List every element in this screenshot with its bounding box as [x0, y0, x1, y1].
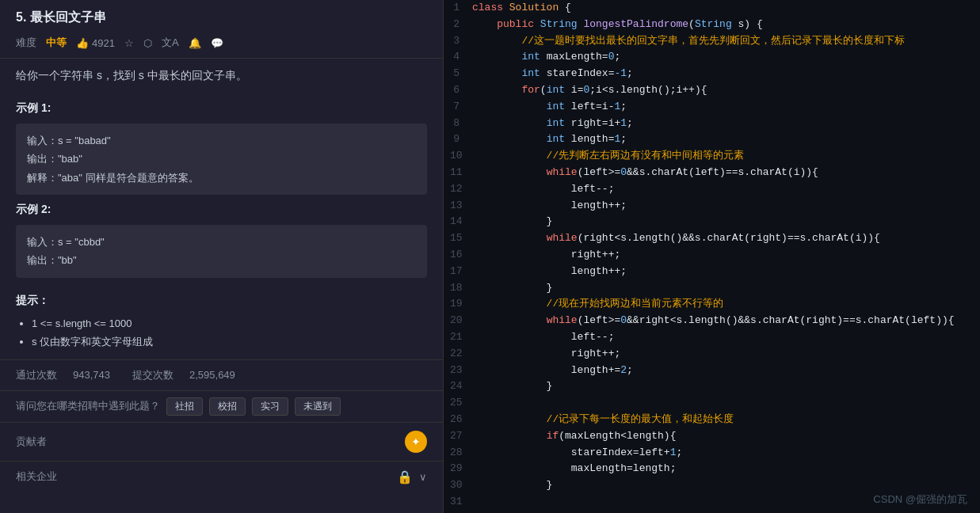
line-number: 31	[444, 494, 472, 511]
line-content: maxLength=length;	[472, 461, 980, 477]
line-number: 16	[444, 247, 472, 264]
difficulty-value: 中等	[46, 36, 67, 50]
line-content: length++;	[472, 264, 980, 280]
line-number: 20	[444, 313, 472, 329]
code-line: 29 maxLength=length;	[444, 461, 980, 477]
related-label: 相关企业	[16, 469, 57, 484]
example1-output: 输出："bab"	[27, 150, 416, 168]
stats-row: 通过次数 943,743 提交次数 2,595,649	[0, 359, 443, 390]
example1-block: 输入：s = "babad" 输出："bab" 解释："aba" 同样是符合题意…	[16, 124, 427, 195]
code-line: 28 stareIndex=left+1;	[444, 445, 980, 462]
line-content: }	[472, 477, 980, 494]
problem-title: 5. 最长回文子串	[0, 0, 443, 32]
code-line: 21 left--;	[444, 329, 980, 346]
line-content: for(int i=0;i<s.length();i++){	[472, 82, 980, 99]
line-number: 30	[444, 477, 472, 494]
line-number: 10	[444, 148, 472, 165]
line-content: int right=i+1;	[472, 116, 980, 132]
share-icon[interactable]: ⬡	[143, 37, 152, 49]
line-content: length+=2;	[472, 363, 980, 379]
code-line: 18 }	[444, 280, 980, 297]
line-number: 18	[444, 280, 472, 297]
example2-block: 输入：s = "cbbd" 输出："bb"	[16, 225, 427, 278]
line-content: while(right<s.length()&&s.charAt(right)=…	[472, 230, 980, 247]
line-number: 28	[444, 445, 472, 462]
hints-section: 提示： 1 <= s.length <= 1000 s 仅由数字和英文字母组成	[0, 286, 443, 359]
line-content: right++;	[472, 346, 980, 363]
code-line: 15 while(right<s.length()&&s.charAt(righ…	[444, 230, 980, 247]
code-line: 16 right++;	[444, 247, 980, 264]
code-line: 10 //先判断左右两边有没有和中间相等的元素	[444, 148, 980, 165]
line-number: 23	[444, 363, 472, 379]
translate-icon[interactable]: 文A	[162, 36, 179, 50]
thumbup-icon[interactable]: 👍	[76, 37, 89, 49]
line-content: int left=i-1;	[472, 99, 980, 116]
example1-input: 输入：s = "babad"	[27, 131, 416, 150]
bell-icon[interactable]: 🔔	[189, 37, 201, 49]
recruit-btn-intern[interactable]: 实习	[252, 397, 288, 416]
contributors-label: 贡献者	[16, 435, 47, 449]
code-line: 23 length+=2;	[444, 363, 980, 379]
code-line: 13 length++;	[444, 198, 980, 215]
code-editor[interactable]: 1class Solution {2 public String longest…	[444, 0, 980, 513]
recruit-btn-campus[interactable]: 校招	[209, 397, 246, 416]
submit-label: 提交次数	[132, 368, 174, 382]
line-number: 1	[444, 0, 472, 17]
like-count: 4921	[92, 37, 115, 49]
code-line: 4 int maxLength=0;	[444, 49, 980, 66]
line-number: 11	[444, 165, 472, 181]
line-content: }	[472, 378, 980, 395]
star-icon[interactable]: ☆	[124, 37, 134, 49]
line-number: 8	[444, 116, 472, 132]
recruit-question: 请问您在哪类招聘中遇到此题？	[16, 399, 160, 413]
code-line: 3 //这一题时要找出最长的回文字串，首先先判断回文，然后记录下最长的长度和下标	[444, 33, 980, 50]
recruit-btn-social[interactable]: 社招	[166, 397, 203, 416]
line-number: 17	[444, 264, 472, 280]
divider	[0, 58, 443, 59]
left-panel: 5. 最长回文子串 难度 中等 👍 4921 ☆ ⬡ 文A 🔔 💬 给你一个字符…	[0, 0, 444, 513]
watermark: CSDN @倔强的加瓦	[873, 492, 967, 507]
line-number: 19	[444, 296, 472, 313]
code-line: 27 if(maxLength<length){	[444, 428, 980, 445]
line-content: left--;	[472, 181, 980, 198]
line-number: 13	[444, 198, 472, 215]
line-content: int maxLength=0;	[472, 49, 980, 66]
line-number: 25	[444, 395, 472, 412]
like-group: 👍 4921	[76, 37, 115, 49]
pass-label: 通过次数	[16, 368, 57, 382]
line-number: 21	[444, 329, 472, 346]
recruit-btn-none[interactable]: 未遇到	[295, 397, 341, 416]
code-line: 14 }	[444, 214, 980, 230]
code-line: 19 //现在开始找两边和当前元素不行等的	[444, 296, 980, 313]
line-number: 2	[444, 17, 472, 33]
contributors-row: 贡献者 ✦	[0, 422, 443, 461]
line-number: 4	[444, 49, 472, 66]
line-content: class Solution {	[472, 0, 980, 17]
line-content: }	[472, 280, 980, 297]
contributor-avatar[interactable]: ✦	[405, 431, 427, 453]
line-number: 12	[444, 181, 472, 198]
chevron-down-icon: ∨	[419, 471, 427, 483]
line-number: 6	[444, 82, 472, 99]
line-content: if(maxLength<length){	[472, 428, 980, 445]
code-line: 12 left--;	[444, 181, 980, 198]
line-number: 15	[444, 230, 472, 247]
hint1: 1 <= s.length <= 1000	[32, 314, 427, 332]
code-line: 7 int left=i-1;	[444, 99, 980, 116]
code-line: 17 length++;	[444, 264, 980, 280]
line-number: 9	[444, 131, 472, 148]
line-number: 5	[444, 66, 472, 82]
line-content: //记录下每一长度的最大值，和起始长度	[472, 412, 980, 428]
code-line: 1class Solution {	[444, 0, 980, 17]
code-line: 26 //记录下每一长度的最大值，和起始长度	[444, 412, 980, 428]
code-line: 5 int stareIndex=-1;	[444, 66, 980, 82]
message-icon[interactable]: 💬	[211, 37, 223, 49]
code-line: 30 }	[444, 477, 980, 494]
pass-value: 943,743	[73, 369, 110, 381]
lock-icon: 🔒	[397, 469, 413, 484]
line-number: 14	[444, 214, 472, 230]
problem-description: 给你一个字符串 s，找到 s 中最长的回文子串。	[0, 66, 443, 93]
recruit-row: 请问您在哪类招聘中遇到此题？ 社招 校招 实习 未遇到	[0, 390, 443, 422]
line-content: //现在开始找两边和当前元素不行等的	[472, 296, 980, 313]
difficulty-row: 难度 中等 👍 4921 ☆ ⬡ 文A 🔔 💬	[0, 32, 443, 58]
